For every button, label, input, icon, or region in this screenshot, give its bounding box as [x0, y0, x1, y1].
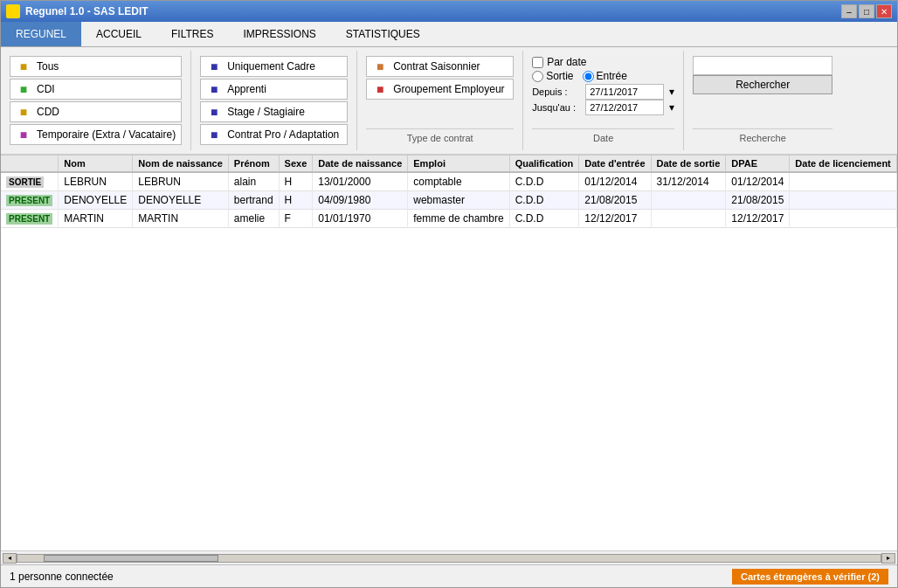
btn-tous-label: Tous: [37, 60, 59, 73]
tab-filtres[interactable]: FILTRES: [156, 22, 228, 46]
btn-groupement[interactable]: ■ Groupement Employeur: [366, 79, 514, 100]
btn-apprenti-label: Apprenti: [227, 83, 266, 95]
stage-icon: ■: [206, 104, 222, 120]
sortie-radio[interactable]: [532, 71, 543, 82]
btn-contratpro[interactable]: ■ Contrat Pro / Adaptation: [200, 124, 348, 145]
cell-date-entree: 01/12/2014: [579, 172, 651, 191]
cell-date-naissance: 04/09/1980: [313, 191, 408, 210]
btn-tous[interactable]: ■ Tous: [10, 56, 182, 77]
col-date-naissance: Date de naissance: [313, 156, 408, 172]
col-prenom: Prénom: [228, 156, 279, 172]
col-qualification: Qualification: [509, 156, 579, 172]
cell-sexe: F: [279, 210, 313, 228]
depuis-row: Depuis : ▾: [532, 84, 674, 100]
table-row[interactable]: PRESENT DENOYELLE DENOYELLE bertrand H 0…: [1, 191, 897, 210]
cell-sexe: H: [279, 191, 313, 210]
par-date-checkbox[interactable]: [532, 57, 543, 68]
scroll-left-btn[interactable]: ◂: [3, 553, 17, 564]
btn-cdd[interactable]: ■ CDD: [10, 101, 182, 122]
cell-date-sortie: [651, 210, 726, 228]
cell-nom: DENOYELLE: [59, 191, 133, 210]
cell-date-entree: 12/12/2017: [579, 210, 651, 228]
cell-prenom: amelie: [228, 210, 279, 228]
cell-date-licenciement: [790, 210, 896, 228]
btn-stage-label: Stage / Stagiaire: [227, 106, 305, 118]
scroll-right-btn[interactable]: ▸: [881, 553, 895, 564]
title-bar-controls: – □ ✕: [841, 4, 892, 18]
sortie-radio-label[interactable]: Sortie: [532, 70, 573, 82]
tab-statistiques[interactable]: STATISTIQUES: [331, 22, 435, 46]
title-bar: Regunel 1.0 - SAS LEDIT – □ ✕: [1, 1, 897, 22]
depuis-dropdown-icon[interactable]: ▾: [669, 86, 674, 98]
btn-cadre[interactable]: ■ Uniquement Cadre: [200, 56, 348, 77]
btn-cdd-label: CDD: [37, 106, 59, 118]
entree-radio[interactable]: [583, 71, 594, 82]
tab-regunel[interactable]: REGUNEL: [1, 22, 81, 46]
col-status: [1, 156, 59, 172]
entree-radio-label[interactable]: Entrée: [583, 70, 627, 82]
col-date-sortie: Date de sortie: [651, 156, 726, 172]
scrollbar-thumb[interactable]: [44, 555, 218, 562]
btn-temporaire[interactable]: ■ Temporaire (Extra / Vacataire): [10, 124, 182, 145]
status-badge: SORTIE: [6, 176, 44, 188]
date-filter-section: Par date Sortie Entrée Depuis : ▾ Jusqu'…: [523, 51, 684, 150]
app-icon: [6, 4, 20, 18]
cell-emploi: femme de chambre: [408, 210, 509, 228]
apprenti-icon: ■: [206, 81, 222, 97]
cell-emploi: webmaster: [408, 191, 509, 210]
cell-qualification: C.D.D: [509, 210, 579, 228]
window-title: Regunel 1.0 - SAS LEDIT: [25, 5, 149, 17]
minimize-button[interactable]: –: [841, 4, 857, 18]
cell-status: SORTIE: [1, 172, 59, 191]
scrollbar-track[interactable]: [17, 554, 881, 563]
btn-apprenti[interactable]: ■ Apprenti: [200, 79, 348, 100]
cell-nom: MARTIN: [59, 210, 133, 228]
jusquau-input[interactable]: [585, 100, 664, 115]
search-button[interactable]: Rechercher: [693, 75, 832, 94]
contract-col1: ■ Tous ■ CDI ■ CDD ■ Temporaire (Extra /…: [1, 51, 191, 150]
status-badge: PRESENT: [6, 213, 52, 225]
cell-date-naissance: 01/01/1970: [313, 210, 408, 228]
main-window: Regunel 1.0 - SAS LEDIT – □ ✕ REGUNEL AC…: [0, 0, 898, 588]
btn-stage[interactable]: ■ Stage / Stagiaire: [200, 101, 348, 122]
tab-accueil[interactable]: ACCUEIL: [81, 22, 156, 46]
spacer1: [366, 101, 514, 127]
par-date-label: Par date: [547, 56, 586, 68]
search-input[interactable]: [693, 56, 832, 75]
close-button[interactable]: ✕: [876, 4, 892, 18]
contract-section-label: Type de contrat: [366, 128, 514, 145]
horizontal-scrollbar[interactable]: ◂ ▸: [1, 550, 897, 564]
cell-prenom: alain: [228, 172, 279, 191]
depuis-label: Depuis :: [532, 86, 580, 97]
cell-nom: LEBRUN: [59, 172, 133, 191]
btn-cdi[interactable]: ■ CDI: [10, 79, 182, 100]
status-bar: 1 personne connectée Cartes étrangères à…: [1, 564, 897, 587]
btn-contratpro-label: Contrat Pro / Adaptation: [227, 128, 339, 141]
tab-impressions[interactable]: IMPRESSIONS: [228, 22, 330, 46]
cell-qualification: C.D.D: [509, 191, 579, 210]
btn-saisonnier[interactable]: ■ Contrat Saisonnier: [366, 56, 514, 77]
cell-n: F: [896, 210, 897, 228]
temporaire-icon: ■: [16, 127, 31, 142]
cell-sexe: H: [279, 172, 313, 191]
cell-nom-naissance: LEBRUN: [133, 172, 229, 191]
btn-cadre-label: Uniquement Cadre: [227, 60, 315, 73]
alert-button[interactable]: Cartes étrangères à vérifier (2): [732, 569, 888, 585]
cell-qualification: C.D.D: [509, 172, 579, 191]
btn-cdi-label: CDI: [37, 83, 55, 95]
jusquau-dropdown-icon[interactable]: ▾: [669, 101, 674, 114]
cell-status: PRESENT: [1, 191, 59, 210]
col-n: N: [896, 156, 897, 172]
table-row[interactable]: SORTIE LEBRUN LEBRUN alain H 13/01/2000 …: [1, 172, 897, 191]
sortie-entree-group: Sortie Entrée: [532, 70, 674, 82]
depuis-input[interactable]: [585, 84, 664, 100]
employees-table: Nom Nom de naissance Prénom Sexe Date de…: [1, 156, 897, 228]
cell-date-sortie: 31/12/2014: [651, 172, 726, 191]
maximize-button[interactable]: □: [859, 4, 874, 18]
col-nom: Nom: [59, 156, 133, 172]
cell-date-licenciement: [790, 191, 896, 210]
jusquau-row: Jusqu'au : ▾: [532, 100, 674, 115]
col-date-licenciement: Date de licenciement: [790, 156, 896, 172]
table-row[interactable]: PRESENT MARTIN MARTIN amelie F 01/01/197…: [1, 210, 897, 228]
tous-icon: ■: [16, 59, 31, 74]
